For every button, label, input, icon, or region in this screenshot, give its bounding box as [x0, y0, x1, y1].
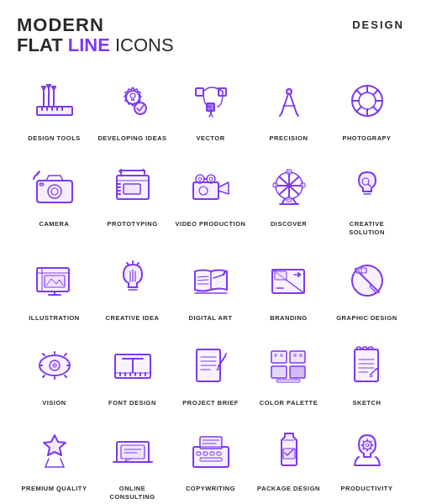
label-creative-solution: CREATIVE SOLUTION [331, 220, 403, 237]
icon-cell-vector: VECTOR [173, 66, 248, 146]
svg-line-73 [279, 177, 288, 186]
title-flat: FLAT [17, 34, 63, 55]
svg-rect-79 [273, 183, 277, 187]
icon-cell-video-production: VIDEO PRODUCTION [173, 151, 248, 240]
svg-line-76 [289, 186, 298, 194]
svg-rect-179 [217, 452, 221, 455]
label-copywriting: COPYWRITING [186, 485, 235, 493]
svg-point-155 [293, 354, 297, 357]
svg-rect-176 [197, 452, 201, 455]
svg-line-75 [279, 186, 288, 194]
developing-ideas-icon [103, 71, 163, 131]
label-developing-ideas: DEVELOPING IDEAS [97, 134, 166, 143]
svg-point-154 [280, 354, 283, 357]
svg-line-165 [61, 459, 64, 467]
svg-line-74 [289, 177, 298, 186]
svg-rect-91 [45, 276, 65, 287]
svg-point-66 [209, 177, 213, 181]
icon-cell-package-design: PACKAGE DESIGN [251, 416, 326, 504]
video-production-icon [181, 156, 241, 217]
illustration-icon [24, 250, 85, 311]
vision-icon [24, 335, 85, 396]
svg-point-153 [274, 354, 277, 357]
label-design-tools: DESIGN TOOLS [28, 134, 81, 143]
icon-cell-prototyping: PROTOTYPING [95, 151, 170, 240]
svg-rect-21 [196, 88, 203, 96]
svg-line-39 [373, 90, 378, 95]
svg-rect-177 [203, 452, 208, 455]
label-photography: PHOTOGRAPY [342, 134, 391, 143]
svg-rect-77 [287, 170, 292, 174]
label-illustration: ILLUSTRATION [29, 314, 79, 323]
title-line2: FLAT LINE ICONS [17, 35, 174, 55]
svg-line-48 [34, 176, 35, 179]
svg-line-38 [373, 107, 378, 112]
svg-line-26 [289, 92, 297, 113]
branding-icon [259, 250, 319, 311]
icon-cell-illustration: ILLUSTRATION [17, 245, 92, 326]
label-camera: CAMERA [39, 220, 70, 228]
icon-cell-productivity: PRODUCTIVITY [329, 416, 404, 504]
svg-line-131 [65, 354, 66, 355]
label-precision: PRECISION [270, 134, 308, 143]
label-branding: BRANDING [270, 314, 307, 323]
icon-cell-developing-ideas: DEVELOPING IDEAS [95, 66, 170, 146]
icon-cell-creative-solution: CREATIVE SOLUTION [329, 151, 404, 240]
svg-line-40 [356, 107, 361, 112]
premium-quality-icon [24, 421, 85, 481]
label-vision: VISION [42, 399, 66, 407]
svg-line-130 [65, 375, 66, 377]
design-label: DESIGN [352, 18, 404, 31]
icon-cell-font-design: FONT DESIGN [95, 330, 170, 411]
icon-cell-project-brief: PROJECT BRIEF [173, 330, 248, 411]
title-icons: ICONS [115, 34, 174, 55]
svg-point-156 [299, 354, 303, 357]
label-creative-idea: CREATIVE IDEA [106, 314, 160, 323]
label-sketch: SKETCH [353, 399, 382, 407]
svg-line-47 [37, 171, 39, 175]
icon-cell-color-palette: COLOR PALETTE [251, 330, 326, 411]
icon-cell-camera: CAMERA [17, 151, 92, 240]
svg-point-28 [287, 89, 292, 94]
svg-line-25 [282, 92, 289, 113]
page: MODERN FLAT LINE ICONS DESIGN [0, 0, 421, 504]
label-video-production: VIDEO PRODUCTION [176, 220, 246, 228]
svg-rect-80 [301, 183, 305, 187]
svg-rect-116 [275, 271, 287, 280]
online-consulting-icon [103, 421, 163, 481]
svg-line-59 [119, 170, 121, 171]
svg-rect-78 [287, 197, 292, 202]
svg-line-164 [45, 459, 49, 467]
svg-rect-172 [193, 447, 229, 467]
svg-rect-150 [290, 351, 305, 363]
svg-line-37 [356, 90, 361, 95]
header: MODERN FLAT LINE ICONS DESIGN [17, 15, 404, 55]
svg-point-20 [134, 102, 146, 114]
svg-rect-180 [200, 458, 222, 461]
precision-icon [259, 71, 319, 131]
icon-cell-premium-quality: PREMIUM QUALITY [17, 416, 92, 504]
package-design-icon [259, 421, 319, 481]
label-prototyping: PROTOTYPING [108, 220, 158, 228]
svg-rect-157 [276, 380, 300, 382]
photography-icon [337, 71, 397, 131]
label-premium-quality: PREMIUM QUALITY [22, 485, 87, 493]
svg-line-29 [280, 113, 282, 116]
creative-solution-icon [337, 156, 397, 217]
icon-cell-precision: PRECISION [251, 66, 326, 146]
svg-rect-151 [271, 366, 287, 378]
svg-point-124 [52, 363, 57, 368]
icon-cell-vision: VISION [17, 330, 92, 411]
svg-rect-178 [210, 452, 214, 455]
icon-cell-photography: PHOTOGRAPY [329, 66, 404, 146]
discover-icon [259, 156, 319, 217]
prototyping-icon [103, 156, 163, 217]
title-block: MODERN FLAT LINE ICONS [17, 15, 174, 55]
icon-cell-creative-idea: CREATIVE IDEA [95, 245, 170, 326]
svg-rect-149 [271, 351, 287, 363]
sketch-icon [337, 335, 397, 396]
vector-icon [181, 71, 241, 131]
label-productivity: PRODUCTIVITY [341, 485, 393, 493]
label-color-palette: COLOR PALETTE [260, 399, 318, 407]
icon-cell-online-consulting: ONLINE CONSULTING [95, 416, 170, 504]
